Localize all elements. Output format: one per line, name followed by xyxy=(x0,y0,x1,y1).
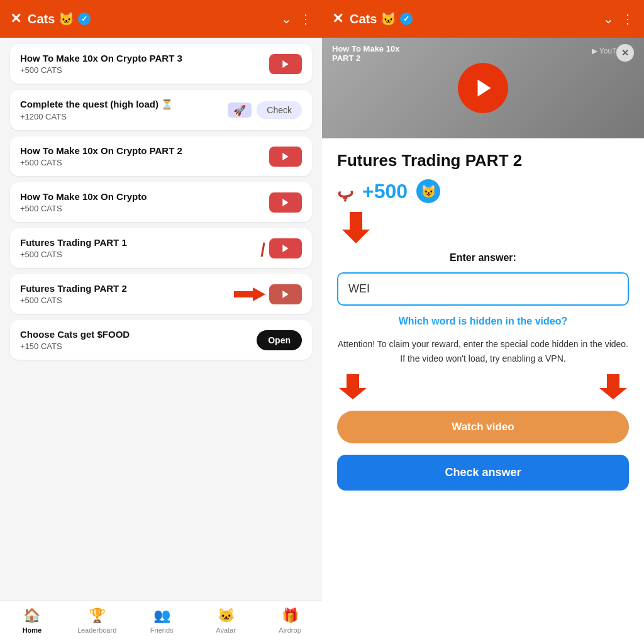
quest-reward: +150 CATS xyxy=(20,341,130,351)
svg-marker-4 xyxy=(234,287,265,301)
quest-info: How To Make 10x On Crypto PART 2 +500 CA… xyxy=(20,145,182,167)
right-close-button[interactable]: ✕ xyxy=(332,11,343,27)
nav-friends-label: Friends xyxy=(150,626,174,634)
play-button[interactable] xyxy=(269,54,302,74)
quest-info: Choose Cats get $FOOD +150 CATS xyxy=(20,329,130,351)
answer-input[interactable] xyxy=(348,282,618,296)
svg-marker-8 xyxy=(339,374,367,399)
modal-content: Futures Trading PART 2 پ +500 😺 Enter an… xyxy=(322,138,644,644)
bottom-nav: 🏠 Home 🏆 Leaderboard 👥 Friends 🐱 Avatar … xyxy=(0,601,322,644)
enter-answer-label: Enter answer: xyxy=(337,252,629,264)
quest-futures-part2: Futures Trading PART 2 +500 CATS xyxy=(10,274,312,314)
quest-title: How To Make 10x On Crypto xyxy=(20,191,147,202)
right-more-button[interactable]: ⋮ xyxy=(621,11,634,26)
right-header-title: Cats 🐱 ✓ xyxy=(350,11,597,26)
video-close-button[interactable]: ✕ xyxy=(616,44,634,62)
quest-info: Complete the quest (high load) ⏳ +1200 C… xyxy=(20,99,173,121)
hidden-word-hint: Which word is hidden in the video? xyxy=(337,314,629,328)
quest-item: How To Make 10x On Crypto PART 2 +500 CA… xyxy=(10,136,312,176)
svg-marker-3 xyxy=(282,245,288,252)
right-panel: ✕ Cats 🐱 ✓ ⌄ ⋮ How To Make 10xPART 2 ▶ Y… xyxy=(322,0,644,644)
right-header-actions: ⌄ ⋮ xyxy=(603,11,634,26)
quest-title: How To Make 10x On Crypto PART 3 xyxy=(20,53,182,64)
nav-home-label: Home xyxy=(23,626,42,634)
svg-marker-1 xyxy=(282,153,288,160)
check-button[interactable]: Check xyxy=(257,101,302,119)
quest-reward: +500 CATS xyxy=(20,65,182,75)
quest-info: How To Make 10x On Crypto PART 3 +500 CA… xyxy=(20,53,182,75)
quest-title: How To Make 10x On Crypto PART 2 xyxy=(20,145,182,156)
nav-airdrop-label: Airdrop xyxy=(279,626,301,634)
nav-avatar-label: Avatar xyxy=(216,626,236,634)
quest-item: Choose Cats get $FOOD +150 CATS Open xyxy=(10,320,312,360)
friends-icon: 👥 xyxy=(153,608,170,624)
quest-reward: +1200 CATS xyxy=(20,112,173,121)
quest-title: Futures Trading PART 1 xyxy=(20,237,127,248)
leaderboard-icon: 🏆 xyxy=(89,608,106,624)
left-header-actions: ⌄ ⋮ xyxy=(281,11,312,26)
cats-reward-icon: 😺 xyxy=(416,179,440,203)
nav-leaderboard-label: Leaderboard xyxy=(77,626,116,634)
home-icon: 🏠 xyxy=(23,608,40,624)
left-header: ✕ Cats 🐱 ✓ ⌄ ⋮ xyxy=(0,0,322,38)
left-close-button[interactable]: ✕ xyxy=(10,11,21,27)
quest-info: How To Make 10x On Crypto +500 CATS xyxy=(20,191,147,213)
right-verified-badge: ✓ xyxy=(400,13,413,25)
quest-title: Complete the quest (high load) ⏳ xyxy=(20,99,173,110)
quest-reward: +500 CATS xyxy=(20,250,127,259)
left-title-emoji: 🐱 xyxy=(58,11,74,26)
answer-input-container[interactable] xyxy=(337,272,629,306)
quest-info: Futures Trading PART 2 +500 CATS xyxy=(20,283,127,305)
dropdown-button[interactable]: ⌄ xyxy=(281,11,292,26)
open-button[interactable]: Open xyxy=(257,330,302,350)
left-title-text: Cats xyxy=(28,12,55,26)
video-play-button[interactable] xyxy=(458,63,508,113)
quest-reward: +500 CATS xyxy=(20,158,182,167)
quest-item: How To Make 10x On Crypto PART 3 +500 CA… xyxy=(10,44,312,84)
button-annotations xyxy=(337,374,629,399)
watch-video-button[interactable]: Watch video xyxy=(337,411,629,443)
play-button[interactable] xyxy=(269,192,302,213)
verified-badge: ✓ xyxy=(78,13,91,25)
video-preview[interactable]: How To Make 10xPART 2 ▶ YouTube ✕ xyxy=(322,38,644,138)
left-panel: ✕ Cats 🐱 ✓ ⌄ ⋮ How To Make 10x On Crypto… xyxy=(0,0,322,644)
red-arrow-down-icon xyxy=(337,212,375,243)
nav-leaderboard[interactable]: 🏆 Leaderboard xyxy=(77,608,116,634)
svg-marker-9 xyxy=(599,374,627,399)
arabic-numeral-annotation: پ xyxy=(337,181,353,202)
nav-airdrop[interactable]: 🎁 Airdrop xyxy=(271,608,309,634)
nav-home[interactable]: 🏠 Home xyxy=(13,608,51,634)
avatar-icon: 🐱 xyxy=(218,608,235,624)
svg-marker-2 xyxy=(282,199,288,206)
more-button[interactable]: ⋮ xyxy=(299,11,312,26)
reward-amount: +500 xyxy=(362,180,408,203)
right-title-text: Cats xyxy=(350,12,377,26)
quest-reward: +500 CATS xyxy=(20,296,127,305)
nav-avatar[interactable]: 🐱 Avatar xyxy=(207,608,245,634)
nav-friends[interactable]: 👥 Friends xyxy=(143,608,180,634)
airdrop-icon: 🎁 xyxy=(282,608,299,624)
play-button[interactable] xyxy=(269,147,302,167)
quest-item: Complete the quest (high load) ⏳ +1200 C… xyxy=(10,90,312,130)
right-header: ✕ Cats 🐱 ✓ ⌄ ⋮ xyxy=(322,0,644,38)
attention-text: Attention! To claim your reward, enter t… xyxy=(337,337,629,365)
svg-marker-5 xyxy=(282,291,288,298)
arrow-to-check-icon xyxy=(597,374,629,399)
play-button[interactable] xyxy=(269,284,302,304)
video-title-overlay: How To Make 10xPART 2 xyxy=(332,44,399,63)
right-title-emoji: 🐱 xyxy=(380,11,396,26)
quest-title: Choose Cats get $FOOD xyxy=(20,329,130,340)
play-button[interactable] xyxy=(269,238,302,258)
modal-title: Futures Trading PART 2 xyxy=(337,151,629,170)
arrow-to-input xyxy=(337,212,629,243)
left-header-title: Cats 🐱 ✓ xyxy=(28,11,275,26)
svg-marker-6 xyxy=(478,80,491,97)
check-answer-button[interactable]: Check answer xyxy=(337,455,629,491)
annotation-arrow-1: | xyxy=(260,239,267,257)
right-dropdown-button[interactable]: ⌄ xyxy=(603,11,614,26)
quest-item: How To Make 10x On Crypto +500 CATS xyxy=(10,182,312,222)
quest-info: Futures Trading PART 1 +500 CATS xyxy=(20,237,127,259)
svg-marker-0 xyxy=(282,60,288,68)
quest-futures-part1: Futures Trading PART 1 +500 CATS | xyxy=(10,228,312,268)
rocket-icon: 🚀 xyxy=(228,103,252,118)
